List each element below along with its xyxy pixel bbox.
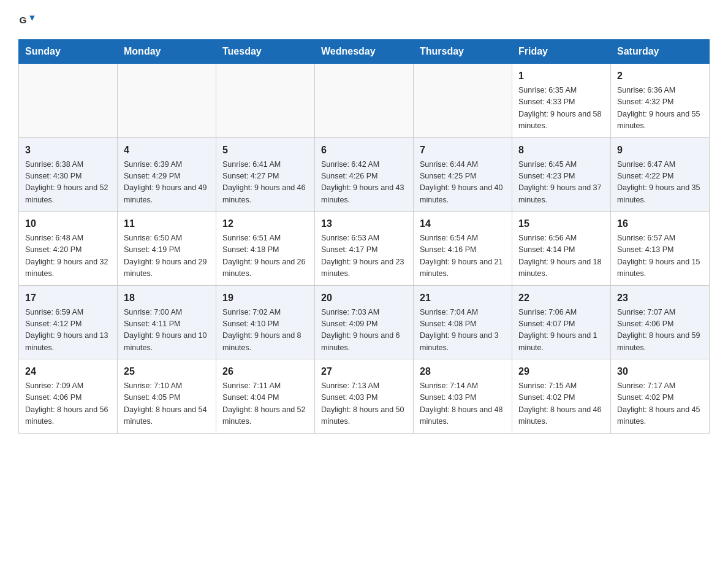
day-cell: 4Sunrise: 6:39 AM Sunset: 4:29 PM Daylig…: [118, 137, 216, 212]
day-cell: 24Sunrise: 7:09 AM Sunset: 4:06 PM Dayli…: [19, 359, 118, 434]
day-number: 24: [25, 364, 111, 379]
calendar-table: SundayMondayTuesdayWednesdayThursdayFrid…: [18, 39, 710, 434]
col-header-tuesday: Tuesday: [216, 40, 315, 64]
day-cell: 26Sunrise: 7:11 AM Sunset: 4:04 PM Dayli…: [216, 359, 315, 434]
day-cell: 21Sunrise: 7:04 AM Sunset: 4:08 PM Dayli…: [414, 285, 512, 359]
day-cell: 13Sunrise: 6:53 AM Sunset: 4:17 PM Dayli…: [315, 212, 414, 286]
week-row-3: 10Sunrise: 6:48 AM Sunset: 4:20 PM Dayli…: [19, 212, 710, 286]
day-cell: 6Sunrise: 6:42 AM Sunset: 4:26 PM Daylig…: [315, 137, 414, 212]
day-number: 11: [124, 216, 210, 231]
day-cell: 3Sunrise: 6:38 AM Sunset: 4:30 PM Daylig…: [19, 137, 118, 212]
logo: G: [18, 12, 38, 29]
day-cell: 9Sunrise: 6:47 AM Sunset: 4:22 PM Daylig…: [611, 137, 710, 212]
day-cell: 30Sunrise: 7:17 AM Sunset: 4:02 PM Dayli…: [611, 359, 710, 434]
day-info: Sunrise: 7:07 AM Sunset: 4:06 PM Dayligh…: [617, 307, 703, 354]
svg-marker-1: [29, 16, 34, 21]
day-number: 21: [420, 291, 506, 305]
day-cell: 5Sunrise: 6:41 AM Sunset: 4:27 PM Daylig…: [216, 137, 315, 212]
day-number: 22: [518, 291, 604, 305]
day-info: Sunrise: 7:17 AM Sunset: 4:02 PM Dayligh…: [617, 380, 703, 428]
svg-text:G: G: [19, 15, 26, 25]
day-cell: 2Sunrise: 6:36 AM Sunset: 4:32 PM Daylig…: [611, 64, 710, 138]
day-number: 13: [321, 216, 407, 231]
day-number: 26: [222, 364, 308, 379]
col-header-thursday: Thursday: [414, 40, 512, 64]
day-info: Sunrise: 6:48 AM Sunset: 4:20 PM Dayligh…: [25, 232, 111, 280]
col-header-monday: Monday: [118, 40, 216, 64]
day-cell: 11Sunrise: 6:50 AM Sunset: 4:19 PM Dayli…: [118, 212, 216, 286]
day-info: Sunrise: 6:36 AM Sunset: 4:32 PM Dayligh…: [617, 85, 703, 132]
day-cell: [315, 64, 414, 138]
day-cell: 1Sunrise: 6:35 AM Sunset: 4:33 PM Daylig…: [512, 64, 611, 138]
day-info: Sunrise: 6:53 AM Sunset: 4:17 PM Dayligh…: [321, 232, 407, 280]
day-number: 5: [222, 143, 308, 158]
day-cell: [216, 64, 315, 138]
day-number: 14: [420, 216, 506, 231]
day-cell: 12Sunrise: 6:51 AM Sunset: 4:18 PM Dayli…: [216, 212, 315, 286]
day-info: Sunrise: 7:09 AM Sunset: 4:06 PM Dayligh…: [25, 380, 111, 428]
day-number: 4: [124, 143, 210, 158]
week-row-5: 24Sunrise: 7:09 AM Sunset: 4:06 PM Dayli…: [19, 359, 710, 434]
page-header: G: [18, 12, 710, 29]
day-cell: [118, 64, 216, 138]
day-cell: 28Sunrise: 7:14 AM Sunset: 4:03 PM Dayli…: [414, 359, 512, 434]
day-cell: 10Sunrise: 6:48 AM Sunset: 4:20 PM Dayli…: [19, 212, 118, 286]
day-number: 30: [617, 364, 703, 379]
day-info: Sunrise: 7:04 AM Sunset: 4:08 PM Dayligh…: [420, 307, 506, 354]
day-number: 8: [518, 143, 604, 158]
day-info: Sunrise: 6:57 AM Sunset: 4:13 PM Dayligh…: [617, 232, 703, 280]
day-info: Sunrise: 7:11 AM Sunset: 4:04 PM Dayligh…: [222, 380, 308, 428]
day-number: 27: [321, 364, 407, 379]
day-number: 29: [518, 364, 604, 379]
logo-icon: G: [18, 12, 36, 29]
day-info: Sunrise: 6:51 AM Sunset: 4:18 PM Dayligh…: [222, 232, 308, 280]
day-number: 3: [25, 143, 111, 158]
day-info: Sunrise: 6:39 AM Sunset: 4:29 PM Dayligh…: [124, 159, 210, 207]
week-row-1: 1Sunrise: 6:35 AM Sunset: 4:33 PM Daylig…: [19, 64, 710, 138]
day-number: 17: [25, 291, 111, 305]
calendar-header-row: SundayMondayTuesdayWednesdayThursdayFrid…: [19, 40, 710, 64]
day-cell: 17Sunrise: 6:59 AM Sunset: 4:12 PM Dayli…: [19, 285, 118, 359]
day-info: Sunrise: 7:03 AM Sunset: 4:09 PM Dayligh…: [321, 307, 407, 354]
day-cell: [19, 64, 118, 138]
day-cell: 15Sunrise: 6:56 AM Sunset: 4:14 PM Dayli…: [512, 212, 611, 286]
day-cell: 27Sunrise: 7:13 AM Sunset: 4:03 PM Dayli…: [315, 359, 414, 434]
day-info: Sunrise: 6:38 AM Sunset: 4:30 PM Dayligh…: [25, 159, 111, 207]
day-number: 28: [420, 364, 506, 379]
day-info: Sunrise: 6:50 AM Sunset: 4:19 PM Dayligh…: [124, 232, 210, 280]
day-cell: 25Sunrise: 7:10 AM Sunset: 4:05 PM Dayli…: [118, 359, 216, 434]
day-info: Sunrise: 6:41 AM Sunset: 4:27 PM Dayligh…: [222, 159, 308, 207]
day-number: 6: [321, 143, 407, 158]
day-info: Sunrise: 7:10 AM Sunset: 4:05 PM Dayligh…: [124, 380, 210, 428]
col-header-sunday: Sunday: [19, 40, 118, 64]
day-cell: [414, 64, 512, 138]
day-number: 2: [617, 69, 703, 83]
day-number: 18: [124, 291, 210, 305]
day-number: 20: [321, 291, 407, 305]
day-info: Sunrise: 7:02 AM Sunset: 4:10 PM Dayligh…: [222, 307, 308, 354]
day-cell: 29Sunrise: 7:15 AM Sunset: 4:02 PM Dayli…: [512, 359, 611, 434]
day-number: 10: [25, 216, 111, 231]
col-header-saturday: Saturday: [611, 40, 710, 64]
day-info: Sunrise: 7:06 AM Sunset: 4:07 PM Dayligh…: [518, 307, 604, 354]
day-info: Sunrise: 6:45 AM Sunset: 4:23 PM Dayligh…: [518, 159, 604, 207]
day-info: Sunrise: 6:44 AM Sunset: 4:25 PM Dayligh…: [420, 159, 506, 207]
day-cell: 19Sunrise: 7:02 AM Sunset: 4:10 PM Dayli…: [216, 285, 315, 359]
day-info: Sunrise: 7:14 AM Sunset: 4:03 PM Dayligh…: [420, 380, 506, 428]
day-number: 25: [124, 364, 210, 379]
day-cell: 8Sunrise: 6:45 AM Sunset: 4:23 PM Daylig…: [512, 137, 611, 212]
day-info: Sunrise: 7:15 AM Sunset: 4:02 PM Dayligh…: [518, 380, 604, 428]
day-number: 9: [617, 143, 703, 158]
day-cell: 14Sunrise: 6:54 AM Sunset: 4:16 PM Dayli…: [414, 212, 512, 286]
day-info: Sunrise: 7:00 AM Sunset: 4:11 PM Dayligh…: [124, 307, 210, 354]
day-info: Sunrise: 6:47 AM Sunset: 4:22 PM Dayligh…: [617, 159, 703, 207]
day-number: 1: [518, 69, 604, 83]
day-number: 15: [518, 216, 604, 231]
day-number: 16: [617, 216, 703, 231]
week-row-2: 3Sunrise: 6:38 AM Sunset: 4:30 PM Daylig…: [19, 137, 710, 212]
day-info: Sunrise: 7:13 AM Sunset: 4:03 PM Dayligh…: [321, 380, 407, 428]
day-number: 7: [420, 143, 506, 158]
col-header-friday: Friday: [512, 40, 611, 64]
day-info: Sunrise: 6:42 AM Sunset: 4:26 PM Dayligh…: [321, 159, 407, 207]
day-number: 19: [222, 291, 308, 305]
